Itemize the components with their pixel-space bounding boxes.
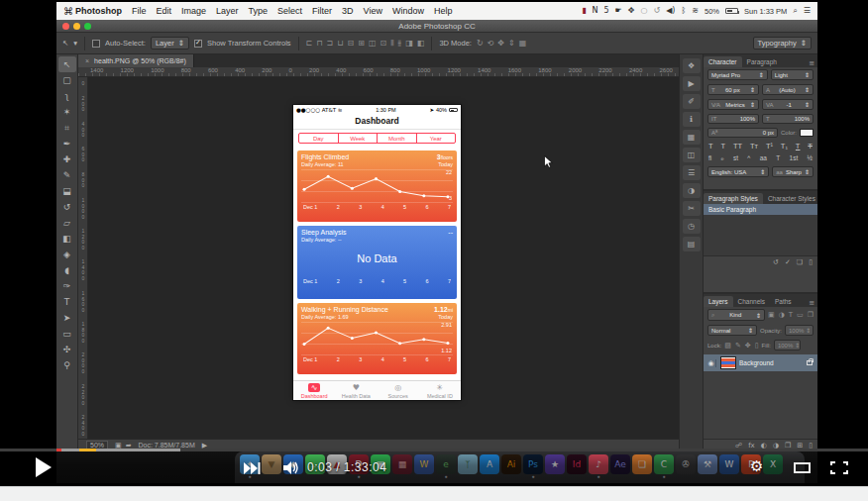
- status-icon[interactable]: ◀): [666, 7, 675, 15]
- play-button[interactable]: [36, 457, 52, 477]
- type-style-button[interactable]: T: [808, 142, 813, 150]
- panel-icon[interactable]: ▦: [683, 130, 701, 145]
- tool-button[interactable]: ◖: [58, 262, 76, 278]
- layer-filter-icon[interactable]: ▣: [768, 311, 775, 319]
- menu-item[interactable]: Photoshop: [75, 6, 122, 16]
- auto-select-target-dropdown[interactable]: Layer⇕: [151, 37, 189, 50]
- tool-button[interactable]: ▭: [58, 326, 76, 342]
- opacity-field[interactable]: 100%⇕: [785, 325, 814, 336]
- tool-button[interactable]: ʅ: [58, 88, 76, 104]
- 3d-mode-icon[interactable]: ▦: [519, 39, 527, 48]
- type-style-button[interactable]: T¹: [766, 142, 773, 150]
- align-icon[interactable]: ⊡: [380, 39, 386, 49]
- language-select[interactable]: English: USA⇕: [707, 166, 769, 177]
- workspace-switcher[interactable]: Typography⇕: [753, 37, 813, 50]
- tool-button[interactable]: ✒: [58, 136, 76, 151]
- canvas[interactable]: ●●○○○ AT&T ≋ 1:30 PM ➤ 40% Dashboa: [88, 77, 679, 439]
- leading-field[interactable]: A(Auto)⇕: [762, 84, 814, 95]
- tool-button[interactable]: ✶: [58, 104, 76, 120]
- menu-item[interactable]: Type: [249, 6, 269, 16]
- fullscreen-button[interactable]: [830, 461, 848, 474]
- opentype-button[interactable]: aa: [760, 154, 767, 162]
- baseline-shift-field[interactable]: Aª0 px: [707, 128, 778, 138]
- tab-character-styles[interactable]: Character Styles: [763, 193, 817, 204]
- zoom-window-button[interactable]: [84, 23, 91, 30]
- type-style-button[interactable]: T: [720, 142, 725, 150]
- close-window-button[interactable]: [62, 23, 69, 30]
- tool-button[interactable]: ➤: [58, 310, 76, 326]
- align-icon[interactable]: ◫: [369, 39, 377, 49]
- tool-button[interactable]: ◧: [58, 231, 76, 247]
- menu-item[interactable]: Image: [181, 6, 206, 16]
- layer-filter-icon[interactable]: T: [789, 311, 793, 319]
- panel-icon[interactable]: ▤: [683, 237, 701, 251]
- text-color-swatch[interactable]: [800, 129, 814, 137]
- menu-item[interactable]: Edit: [157, 6, 172, 16]
- tool-button[interactable]: ↖: [58, 56, 76, 72]
- footer-icon[interactable]: ↺: [773, 258, 779, 266]
- settings-button[interactable]: ⚙: [750, 457, 763, 475]
- lock-icon[interactable]: ▯: [755, 342, 759, 350]
- type-style-button[interactable]: T: [796, 142, 801, 150]
- tool-button[interactable]: T: [58, 294, 76, 310]
- menu-item[interactable]: Select: [277, 6, 302, 16]
- lock-icon[interactable]: ▨: [724, 342, 731, 350]
- tool-button[interactable]: ⌗: [58, 120, 76, 136]
- auto-select-checkbox[interactable]: [92, 40, 100, 48]
- tab-paragraph-styles[interactable]: Paragraph Styles: [704, 193, 763, 204]
- panel-icon[interactable]: ◫: [683, 148, 701, 162]
- 3d-mode-icon[interactable]: ↻: [477, 39, 484, 48]
- layer-visibility-icon[interactable]: ◉: [706, 359, 716, 367]
- menu-item[interactable]: Layer: [216, 6, 239, 16]
- panel-icon[interactable]: ✐: [683, 94, 701, 109]
- window-titlebar[interactable]: Adobe Photoshop CC: [56, 20, 817, 33]
- tab-channels[interactable]: Channels: [733, 296, 770, 307]
- menubar-clock[interactable]: Sun 1:33 PM: [744, 7, 787, 16]
- align-icon[interactable]: ⊓: [316, 39, 322, 49]
- vertical-scale-field[interactable]: ΙT100%: [707, 114, 759, 124]
- menu-item[interactable]: File: [132, 6, 147, 16]
- panel-icon[interactable]: ℹ: [683, 112, 701, 127]
- align-icon[interactable]: ⊔: [337, 39, 343, 49]
- document-tab[interactable]: × health.PNG @ 50% (RGB/8#): [78, 54, 194, 67]
- align-icon[interactable]: ⊟: [348, 39, 355, 49]
- 3d-mode-icon[interactable]: ⟲: [488, 39, 494, 48]
- align-icon[interactable]: ◧: [417, 39, 425, 49]
- tracking-field[interactable]: VA-1⇕: [762, 99, 814, 110]
- tool-button[interactable]: ↺: [58, 199, 76, 215]
- lock-icon[interactable]: ✎: [735, 342, 741, 350]
- align-icon[interactable]: ◨: [405, 39, 413, 49]
- antialias-select[interactable]: aaSharp⇕: [772, 166, 814, 177]
- tool-preset-dropdown-icon[interactable]: ▾: [73, 39, 77, 48]
- opentype-button[interactable]: T: [776, 154, 780, 162]
- opentype-button[interactable]: ℴ: [721, 154, 724, 162]
- status-icon[interactable]: ᛒ: [681, 7, 686, 15]
- blend-mode-select[interactable]: Normal⇕: [707, 325, 757, 336]
- next-button[interactable]: [244, 462, 261, 474]
- status-icon[interactable]: ○: [640, 7, 647, 15]
- tool-button[interactable]: ✣: [58, 342, 76, 357]
- tab-layers[interactable]: Layers: [704, 296, 733, 307]
- status-icon[interactable]: ☛: [615, 7, 622, 15]
- 3d-mode-icon[interactable]: ⇕: [508, 39, 515, 48]
- spotlight-icon[interactable]: ⌕: [793, 7, 797, 15]
- panel-icon[interactable]: ◷: [683, 219, 701, 234]
- status-icon[interactable]: ✥: [628, 7, 635, 15]
- theater-mode-button[interactable]: [794, 462, 811, 473]
- status-icon[interactable]: ▮: [582, 7, 586, 15]
- layer-filter-icon[interactable]: ▭: [797, 311, 804, 319]
- menu-item[interactable]: Window: [392, 6, 424, 16]
- panel-icon[interactable]: ▶: [683, 76, 701, 91]
- align-icon[interactable]: ⊞: [358, 39, 365, 49]
- type-style-button[interactable]: TT: [733, 142, 742, 150]
- horizontal-scale-field[interactable]: T100%: [762, 114, 814, 124]
- tool-button[interactable]: ⬓: [58, 183, 76, 199]
- layer-thumbnail[interactable]: [720, 356, 736, 369]
- tool-button[interactable]: ▢: [58, 72, 76, 88]
- opentype-button[interactable]: fi: [708, 154, 711, 162]
- layer-filter-icon[interactable]: ◑: [779, 311, 785, 319]
- notification-center-icon[interactable]: ☰: [804, 7, 811, 15]
- tab-paragraph[interactable]: Paragraph: [742, 56, 782, 67]
- type-style-button[interactable]: T: [708, 142, 713, 150]
- font-style-select[interactable]: Light⇕: [771, 69, 814, 80]
